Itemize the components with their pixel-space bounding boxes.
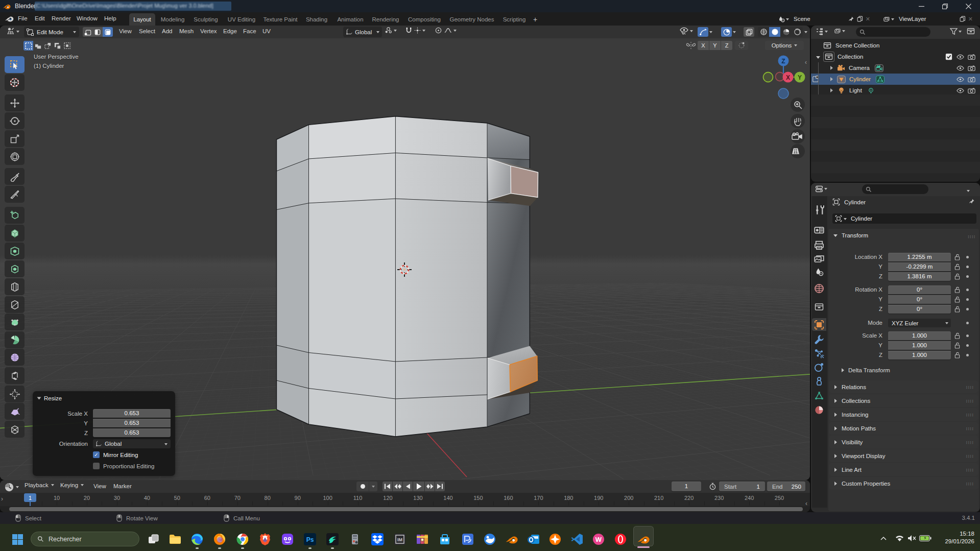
svg-text:IM: IM	[397, 537, 402, 542]
svg-text:X: X	[786, 74, 790, 81]
svg-text:Y: Y	[798, 74, 802, 81]
svg-text:W: W	[595, 536, 602, 543]
svg-text:Ps: Ps	[306, 536, 314, 543]
svg-text:Z: Z	[781, 58, 785, 65]
